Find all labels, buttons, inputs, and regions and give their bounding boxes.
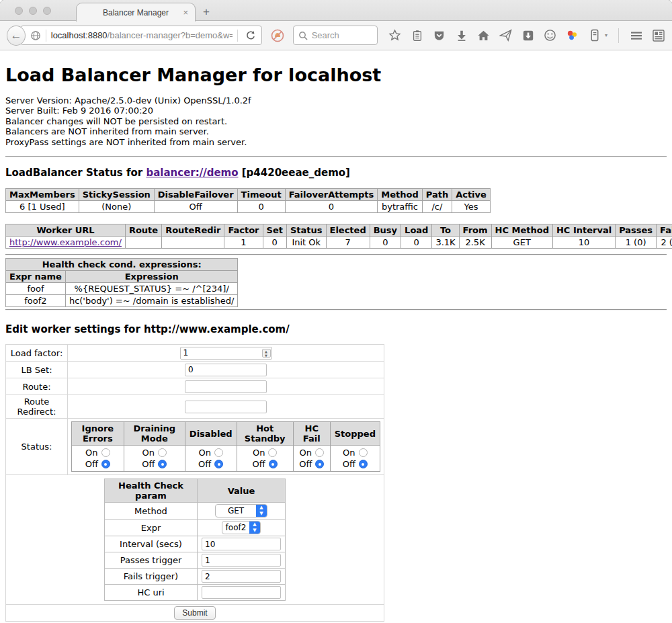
load-factor-input[interactable]: [180, 347, 272, 360]
url-bar[interactable]: localhost:8880/balancer-manager?b=demo&w…: [20, 26, 262, 45]
extension-download-icon[interactable]: [521, 29, 535, 42]
draining-mode-off-radio[interactable]: [158, 460, 167, 468]
off-label: Off: [299, 458, 312, 470]
window-controls[interactable]: [15, 7, 51, 15]
draining-mode-on-radio[interactable]: [158, 448, 167, 457]
edit-worker-form: Load factor: ▲▼ LB Set: Route: Route Red…: [5, 344, 384, 622]
column-header: Stopped: [330, 422, 380, 446]
column-header: Method: [378, 189, 422, 201]
off-label: Off: [198, 458, 211, 470]
route-redirect-input[interactable]: [185, 401, 267, 413]
colored-dots-icon[interactable]: [566, 29, 579, 42]
submit-button[interactable]: Submit: [174, 606, 215, 620]
home-icon[interactable]: [477, 29, 491, 42]
cell-maxmembers: 6 [1 Used]: [6, 201, 79, 213]
submit-row: Submit: [6, 605, 384, 622]
column-header: Active: [452, 189, 491, 201]
hc-fails-row: Fails trigger): [105, 569, 286, 585]
hc-method-select[interactable]: GET▲▼: [215, 504, 267, 517]
chat-smiley-icon[interactable]: [544, 29, 557, 42]
cell-worker-url: http://www.example.com/: [6, 237, 126, 249]
heading-prefix: LoadBalancer Status for: [5, 167, 146, 179]
tab-title: Balancer Manager: [103, 8, 169, 17]
on-label: On: [343, 447, 355, 458]
status-cell-ignore-errors: On Off: [72, 446, 124, 472]
cell-active: Yes: [452, 201, 491, 213]
address-text[interactable]: localhost:8880/balancer-manager?b=demo&w…: [51, 30, 233, 40]
pocket-icon[interactable]: [433, 29, 446, 42]
urlbar-divider2: [237, 30, 238, 42]
table-header-row: Worker URL Route RouteRedir Factor Set S…: [6, 224, 672, 237]
balancer-demo-link[interactable]: balancer://demo: [146, 167, 238, 179]
tab-close-icon[interactable]: ×: [183, 7, 188, 17]
search-bar[interactable]: Search: [293, 26, 378, 45]
edit-worker-heading: Edit worker settings for http://www.exam…: [5, 323, 667, 335]
column-header: Ignore Errors: [72, 422, 124, 446]
cell-method: bytraffic: [378, 201, 422, 213]
hc-fail-on-radio[interactable]: [315, 448, 324, 457]
cell-factor: 1: [224, 237, 263, 249]
disabled-on-radio[interactable]: [214, 448, 223, 457]
column-header: MaxMembers: [6, 189, 79, 201]
menu-icon[interactable]: [630, 29, 643, 42]
on-label: On: [253, 447, 265, 458]
new-tab-button[interactable]: +: [203, 5, 210, 19]
stopped-on-radio[interactable]: [359, 448, 368, 457]
column-header: Set: [263, 224, 286, 237]
hc-passes-input[interactable]: [202, 554, 281, 567]
hc-expr-select[interactable]: foof2▲▼: [222, 521, 261, 534]
zoom-window-button[interactable]: [43, 7, 51, 15]
back-button[interactable]: ←: [7, 26, 26, 46]
status-cell-hc-fail: On Off: [293, 446, 330, 472]
lb-set-input[interactable]: [185, 364, 267, 376]
bookmark-star-icon[interactable]: [388, 29, 402, 42]
hc-interval-row: Interval (secs): [105, 536, 286, 552]
hc-interval-label: Interval (secs): [105, 536, 198, 552]
container-tab-icon[interactable]: [588, 29, 601, 42]
on-label: On: [85, 447, 97, 458]
worker-url-link[interactable]: http://www.example.com/: [9, 237, 122, 247]
send-icon[interactable]: [499, 29, 513, 42]
on-label: On: [142, 447, 155, 458]
hc-uri-input[interactable]: [202, 586, 281, 599]
globe-icon: [30, 30, 41, 41]
tab-bar: Balancer Manager × +: [0, 0, 672, 21]
column-header: Factor: [224, 224, 263, 237]
column-header: HC Method: [491, 224, 552, 237]
off-label: Off: [142, 458, 155, 470]
minimize-window-button[interactable]: [29, 7, 37, 15]
server-version-line: Server Version: Apache/2.5.0-dev (Unix) …: [5, 95, 667, 106]
route-input[interactable]: [185, 380, 267, 393]
ignore-errors-on-radio[interactable]: [101, 448, 110, 457]
expressions-title: Health check cond. expressions:: [6, 259, 238, 271]
number-stepper-icon[interactable]: ▲▼: [262, 349, 271, 358]
column-header: Draining Mode: [124, 422, 185, 446]
health-check-table: Health Check param Value Method GET▲▼ Ex…: [104, 479, 286, 601]
hot-standby-off-radio[interactable]: [269, 460, 278, 468]
urlbar-divider: [46, 30, 46, 42]
disabled-off-radio[interactable]: [214, 460, 223, 468]
tab-balancer-manager[interactable]: Balancer Manager ×: [76, 3, 196, 22]
downloads-icon[interactable]: [455, 29, 468, 42]
hc-method-row: Method GET▲▼: [105, 503, 286, 520]
status-cell-stopped: On Off: [330, 446, 380, 472]
cell-stickysession: (None): [79, 201, 154, 213]
hc-fail-off-radio[interactable]: [315, 460, 324, 468]
column-header: Expr name: [6, 271, 66, 283]
adblock-icon[interactable]: [270, 28, 285, 43]
worker-table: Worker URL Route RouteRedir Factor Set S…: [5, 224, 672, 249]
ignore-errors-off-radio[interactable]: [101, 460, 110, 468]
hc-interval-input[interactable]: [202, 538, 281, 550]
container-caret-icon[interactable]: ▾: [605, 32, 607, 38]
reload-icon[interactable]: [245, 30, 256, 41]
reading-list-icon[interactable]: [411, 29, 424, 42]
table-title-row: Health check cond. expressions:: [6, 259, 238, 271]
hc-fails-input[interactable]: [202, 570, 281, 583]
hc-uri-label: HC uri: [105, 585, 198, 601]
on-label: On: [300, 447, 312, 458]
cell-passes: 1 (0): [616, 237, 657, 249]
bookmarks-grid-icon[interactable]: [652, 29, 665, 42]
close-window-button[interactable]: [15, 7, 23, 15]
stopped-off-radio[interactable]: [359, 460, 368, 468]
hot-standby-on-radio[interactable]: [268, 448, 277, 457]
